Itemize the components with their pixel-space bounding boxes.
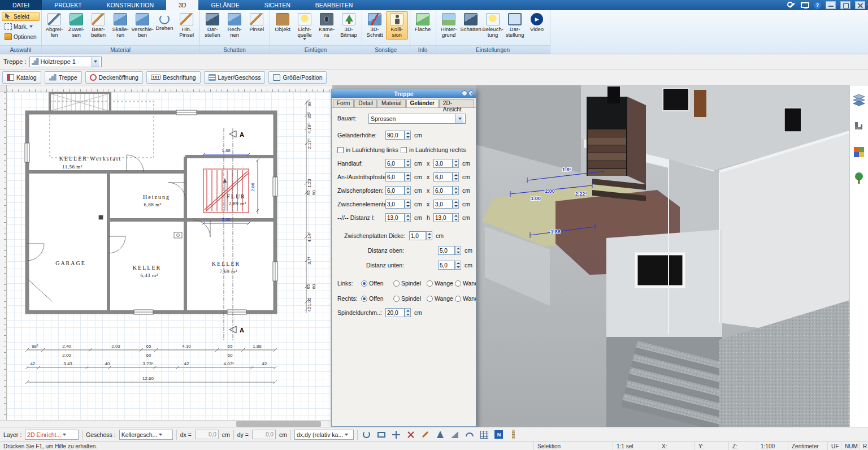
laufrichtung-rechts-checkbox[interactable]	[401, 147, 407, 153]
zwischenpfosten-h-input[interactable]	[433, 186, 453, 195]
schatten-pinsel-button[interactable]: Pinsel	[246, 11, 268, 34]
distanz-unten-input[interactable]	[438, 261, 455, 270]
close-button[interactable]	[855, 1, 865, 9]
furniture-tool-button[interactable]	[852, 119, 866, 133]
spinner[interactable]	[405, 131, 411, 140]
spinner[interactable]	[453, 186, 459, 195]
drehen-button[interactable]: Drehen	[154, 11, 176, 33]
spindeldurchmesser-input[interactable]	[385, 308, 405, 317]
draw-button[interactable]	[420, 429, 431, 440]
hin-pinsel-button[interactable]: Hin. Pinsel	[176, 11, 198, 40]
video-button[interactable]: ▶Video	[526, 11, 548, 34]
kamera-button[interactable]: Kame- ra	[316, 11, 338, 40]
spinner[interactable]	[405, 308, 411, 317]
selekt-button[interactable]: Selekt	[2, 12, 40, 21]
zwischenelemente-w-input[interactable]	[385, 200, 405, 209]
tab-datei[interactable]: DATEI	[0, 0, 42, 10]
dialog-pin-button[interactable]	[462, 90, 467, 96]
zuweisen-button[interactable]: Zuwei- sen	[66, 11, 88, 40]
distanz-oben-input[interactable]	[438, 246, 455, 255]
protractor-button[interactable]	[464, 429, 475, 440]
optionen-button[interactable]: Optionen	[2, 32, 40, 41]
schatten-darstellen-button[interactable]: Dar- stellen	[202, 11, 224, 40]
dialog-close-button[interactable]	[468, 90, 474, 96]
plan-2d-view[interactable]: A A KELLER Werkstatt 11,56 m² Heizung 6,…	[0, 85, 332, 427]
spinner[interactable]	[453, 159, 459, 168]
dialog-titlebar[interactable]: Treppe	[332, 89, 476, 98]
coord-mode-combobox[interactable]: dx,dy (relativ ka...	[294, 430, 354, 440]
katalog-button[interactable]: Katalog	[2, 71, 41, 84]
lichtquelle-button[interactable]: Licht- quelle	[294, 11, 316, 42]
materials-tool-button[interactable]	[852, 145, 866, 159]
spinner[interactable]	[405, 213, 411, 222]
deckenoeffnung-button[interactable]: Deckenöffnung	[85, 71, 143, 84]
links-wange-radio[interactable]	[427, 280, 433, 287]
laufrichtung-links-checkbox[interactable]	[337, 147, 344, 153]
dialog-tab-detail[interactable]: Detail	[354, 99, 377, 107]
zwischenpfosten-w-input[interactable]	[385, 186, 405, 195]
tab-bearbeiten[interactable]: BEARBEITEN	[303, 0, 366, 10]
groesse-position-button[interactable]: Größe/Position	[268, 71, 327, 84]
3d-schnitt-button[interactable]: 3D- Schnitt	[364, 11, 386, 40]
set-square-button[interactable]	[449, 429, 461, 440]
restore-button[interactable]	[840, 1, 850, 9]
spinner[interactable]	[453, 213, 459, 222]
flaeche-button[interactable]: Fläche	[412, 11, 434, 34]
minimize-button[interactable]	[826, 1, 836, 9]
tools-icon[interactable]	[787, 2, 796, 9]
layer-geschoss-button[interactable]: Layer/Geschoss	[204, 71, 266, 84]
kollision-button[interactable]: Kolli- sion	[386, 11, 408, 40]
plan-canvas[interactable]: A A KELLER Werkstatt 11,56 m² Heizung 6,…	[7, 92, 332, 427]
bearbeiten-button[interactable]: Bear- beiten	[88, 11, 110, 40]
gelaenderhoehe-input[interactable]	[385, 131, 405, 140]
hintergrund-button[interactable]: Hinter- grund	[438, 11, 460, 40]
spinner[interactable]	[405, 200, 411, 209]
spinner[interactable]	[405, 159, 411, 168]
spinner[interactable]	[453, 200, 459, 209]
pfosten-h-input[interactable]	[433, 172, 453, 181]
layer-combobox[interactable]: 2D Einricht...	[25, 430, 79, 440]
3d-bitmap-button[interactable]: 3D- Bitmap	[338, 11, 360, 40]
delete-button[interactable]	[405, 429, 416, 440]
schatten-rechnen-button[interactable]: Rech- nen	[224, 11, 246, 40]
pan-button[interactable]	[390, 429, 402, 440]
distanz-l-input[interactable]	[385, 213, 405, 222]
spinner[interactable]	[453, 172, 459, 181]
north-button[interactable]: N	[493, 429, 505, 440]
links-wand-radio[interactable]	[455, 280, 461, 287]
links-offen-radio[interactable]	[361, 280, 367, 287]
zwischenplatten-input[interactable]	[409, 231, 426, 240]
tab-3d[interactable]: 3D	[166, 0, 198, 10]
links-spindel-radio[interactable]	[393, 280, 400, 287]
scrollbar-thumb[interactable]	[236, 421, 321, 427]
tab-konstruktion[interactable]: KONSTRUKTION	[94, 0, 166, 10]
ruler-toggle-button[interactable]	[508, 429, 519, 440]
markieren-button[interactable]: Mark.	[2, 22, 40, 31]
bauart-select[interactable]: Sprossen	[368, 114, 466, 124]
view-3d[interactable]: 1.8⁵ 2.00 1.00 2.22³ 1.88	[476, 85, 849, 427]
tab-sichten[interactable]: SICHTEN	[252, 0, 303, 10]
plan-horizontal-scrollbar[interactable]	[0, 420, 332, 427]
treppe-type-combobox[interactable]: Holztreppe 1	[29, 57, 102, 67]
objekt-button[interactable]: Objekt	[272, 11, 294, 34]
spinner[interactable]	[405, 172, 411, 181]
dx-input[interactable]	[195, 430, 219, 439]
chevron-down-icon[interactable]	[455, 114, 463, 123]
tab-projekt[interactable]: PROJEKT	[42, 0, 94, 10]
chevron-down-icon[interactable]	[92, 57, 99, 67]
display-icon[interactable]	[801, 2, 809, 8]
plants-tool-button[interactable]	[852, 171, 866, 185]
render-3d-scene[interactable]: 1.8⁵ 2.00 1.00 2.22³ 1.88	[476, 85, 849, 427]
verschieben-button[interactable]: Verschie- ben	[132, 11, 154, 40]
help-icon[interactable]: ?	[814, 2, 821, 9]
spinner[interactable]	[426, 231, 432, 240]
rechts-spindel-radio[interactable]	[393, 296, 400, 302]
geschoss-combobox[interactable]: Kellergesch...	[119, 430, 173, 440]
handlauf-h-input[interactable]	[433, 159, 453, 168]
dialog-tab-material[interactable]: Material	[377, 99, 406, 107]
darstellung-button[interactable]: Dar- stellung	[504, 11, 526, 40]
floorplan-drawing[interactable]: A A KELLER Werkstatt 11,56 m² Heizung 6,…	[7, 92, 332, 427]
screen-button[interactable]	[376, 429, 387, 440]
dialog-tab-2d-ansicht[interactable]: 2D-Ansicht	[439, 99, 474, 107]
dialog-tab-gelaender[interactable]: Geländer	[406, 99, 439, 107]
